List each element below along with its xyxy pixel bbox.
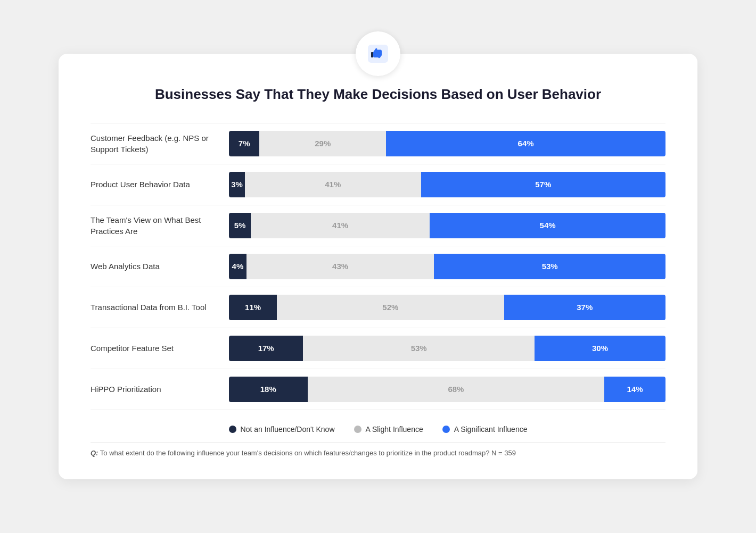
legend: Not an Influence/Don't Know A Slight Inf… <box>91 425 665 434</box>
row-label: Competitor Feature Set <box>91 343 229 354</box>
bar-blue: 53% <box>434 254 665 279</box>
bar-container: 11%52%37% <box>229 295 665 320</box>
bar-container: 4%43%53% <box>229 254 665 279</box>
chart-row: Product User Behavior Data3%41%57% <box>91 164 665 205</box>
bar-container: 18%68%14% <box>229 377 665 402</box>
chart-row: Transactional Data from B.I. Tool11%52%3… <box>91 287 665 328</box>
svg-rect-1 <box>371 52 373 57</box>
bar-blue: 64% <box>386 131 665 156</box>
legend-dot-dark <box>229 426 236 433</box>
bar-dark: 18% <box>229 377 308 402</box>
bar-container: 7%29%64% <box>229 131 665 156</box>
legend-item-blue: A Significant Influence <box>442 425 528 434</box>
footnote: Q: To what extent do the following influ… <box>91 442 665 459</box>
bar-blue: 37% <box>504 295 665 320</box>
legend-dot-blue <box>442 426 450 433</box>
bar-light: 43% <box>246 254 434 279</box>
chart-row: HiPPO Prioritization18%68%14% <box>91 369 665 410</box>
bar-light: 41% <box>245 172 421 197</box>
bar-dark: 11% <box>229 295 277 320</box>
chart-rows: Customer Feedback (e.g. NPS or Support T… <box>91 123 665 410</box>
bar-light: 29% <box>259 131 386 156</box>
footnote-text: To what extent do the following influenc… <box>100 449 516 457</box>
legend-label-dark: Not an Influence/Don't Know <box>241 425 335 434</box>
row-label: Product User Behavior Data <box>91 179 229 190</box>
bar-container: 3%41%57% <box>229 172 665 197</box>
chart-row: Web Analytics Data4%43%53% <box>91 246 665 287</box>
chart-wrapper: Businesses Say That They Make Decisions … <box>59 54 697 479</box>
bar-light: 53% <box>303 336 535 361</box>
row-label: HiPPO Prioritization <box>91 384 229 395</box>
bar-light: 68% <box>308 377 605 402</box>
bar-dark: 7% <box>229 131 259 156</box>
row-label: Transactional Data from B.I. Tool <box>91 302 229 313</box>
legend-label-light: A Slight Influence <box>366 425 423 434</box>
bar-container: 17%53%30% <box>229 336 665 361</box>
bar-light: 52% <box>277 295 504 320</box>
bar-dark: 17% <box>229 336 303 361</box>
legend-item-light: A Slight Influence <box>354 425 423 434</box>
bar-blue: 54% <box>430 213 665 238</box>
thumbs-icon <box>366 41 390 66</box>
bar-dark: 5% <box>229 213 251 238</box>
legend-label-blue: A Significant Influence <box>454 425 528 434</box>
bar-dark: 4% <box>229 254 246 279</box>
bar-blue: 14% <box>604 377 665 402</box>
bar-container: 5%41%54% <box>229 213 665 238</box>
bar-dark: 3% <box>229 172 245 197</box>
chart-title: Businesses Say That They Make Decisions … <box>91 86 665 104</box>
chart-card: Businesses Say That They Make Decisions … <box>59 54 697 479</box>
legend-dot-light <box>354 426 361 433</box>
bar-light: 41% <box>251 213 430 238</box>
bar-blue: 57% <box>421 172 666 197</box>
legend-item-dark: Not an Influence/Don't Know <box>229 425 335 434</box>
chart-row: Customer Feedback (e.g. NPS or Support T… <box>91 123 665 164</box>
row-label: Customer Feedback (e.g. NPS or Support T… <box>91 132 229 155</box>
row-label: Web Analytics Data <box>91 261 229 272</box>
chart-row: Competitor Feature Set17%53%30% <box>91 328 665 369</box>
row-label: The Team's View on What Best Practices A… <box>91 214 229 237</box>
chart-row: The Team's View on What Best Practices A… <box>91 205 665 246</box>
bar-blue: 30% <box>535 336 665 361</box>
icon-badge <box>356 31 400 76</box>
